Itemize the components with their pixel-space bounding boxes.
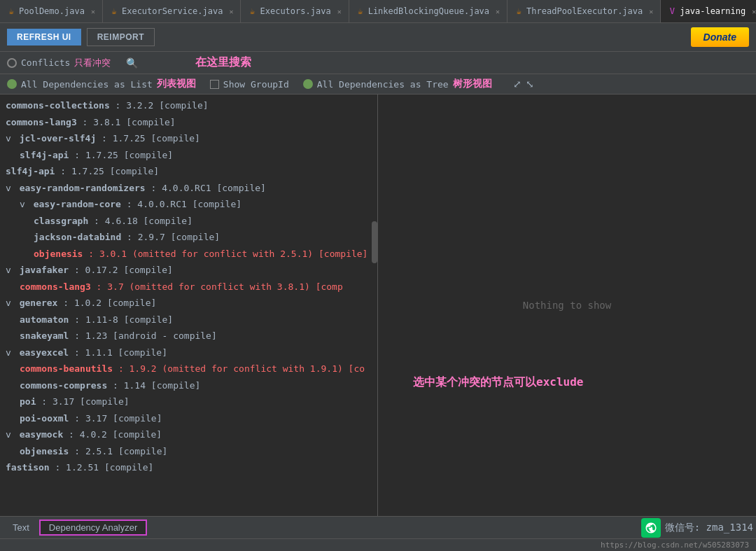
dep-item-commons-collections[interactable]: commons-collections : 3.2.2 [compile] bbox=[0, 97, 377, 114]
all-deps-list-label: All Dependencies as List bbox=[21, 79, 153, 90]
tab-close-1[interactable]: ✕ bbox=[229, 8, 233, 15]
expand-collapse-icons[interactable]: ⤢ ⤡ bbox=[513, 78, 534, 90]
conflicts-radio bbox=[7, 58, 17, 68]
dep-item-slf4j-api-1[interactable]: slf4j-api : 1.7.25 [compile] bbox=[0, 147, 377, 164]
tab-bar: ☕ PoolDemo.java ✕ ☕ ExecutorService.java… bbox=[0, 0, 756, 23]
java-file-icon: ☕ bbox=[356, 7, 365, 15]
kotlin-file-icon: V bbox=[668, 7, 676, 15]
dep-item-commons-lang3-conflict[interactable]: commons-lang3 : 3.7 (omitted for conflic… bbox=[0, 279, 377, 295]
toggle-icon: v bbox=[20, 199, 31, 209]
dep-item-poi-ooxml[interactable]: poi-ooxml : 3.17 [compile] bbox=[0, 410, 377, 427]
wechat-info: 微信号: zma_1314 bbox=[641, 518, 753, 538]
toggle-icon: v bbox=[6, 347, 17, 358]
dep-item-automaton[interactable]: automaton : 1.11-8 [compile] bbox=[0, 312, 377, 328]
reimport-button[interactable]: REIMPORT bbox=[87, 28, 155, 46]
tab-label: ThreadPoolExecutor.java bbox=[526, 6, 643, 16]
wechat-label: 微信号: zma_1314 bbox=[665, 522, 753, 534]
conflicts-label: Conflicts bbox=[21, 57, 70, 68]
list-view-annotation: 列表视图 bbox=[157, 78, 196, 90]
show-group-id-option[interactable]: Show GroupId bbox=[210, 79, 289, 90]
tab-thread-pool-executor[interactable]: ☕ ThreadPoolExecutor.java ✕ bbox=[507, 0, 661, 22]
view-options: All Dependencies as List 列表视图 Show Group… bbox=[0, 74, 756, 95]
tab-executors[interactable]: ☕ Executors.java ✕ bbox=[241, 0, 349, 22]
dep-item-javafaker[interactable]: v javafaker : 0.17.2 [compile] bbox=[0, 262, 377, 279]
tab-linked-blocking-queue[interactable]: ☕ LinkedBlockingQueue.java ✕ bbox=[349, 0, 507, 22]
scrollbar[interactable] bbox=[372, 221, 377, 263]
dep-item-objenesis-2[interactable]: objenesis : 2.5.1 [compile] bbox=[0, 443, 377, 460]
dep-item-objenesis-conflict[interactable]: objenesis : 3.0.1 (omitted for conflict … bbox=[0, 246, 377, 263]
dep-item-generex[interactable]: v generex : 1.0.2 [compile] bbox=[0, 295, 377, 312]
wechat-icon bbox=[641, 518, 661, 538]
nothing-to-show-label: Nothing to show bbox=[523, 300, 611, 311]
tab-label: ExecutorService.java bbox=[122, 6, 223, 16]
status-bar: https://blog.csdn.net/w505283073 bbox=[0, 538, 756, 551]
tab-close-3[interactable]: ✕ bbox=[496, 8, 500, 15]
java-file-icon: ☕ bbox=[110, 7, 118, 15]
tab-close-4[interactable]: ✕ bbox=[649, 8, 653, 15]
dep-item-snakeyaml[interactable]: snakeyaml : 1.23 [android - compile] bbox=[0, 328, 377, 344]
dep-item-jcl-over-slf4j[interactable]: v jcl-over-slf4j : 1.7.25 [compile] bbox=[0, 130, 377, 147]
tree-view-annotation: 树形视图 bbox=[453, 78, 492, 90]
filter-bar: Conflicts 只看冲突 🔍 在这里搜索 bbox=[0, 52, 756, 74]
collapse-icon[interactable]: ⤡ bbox=[526, 78, 534, 90]
list-radio bbox=[7, 79, 17, 89]
dep-item-commons-beanutils-conflict[interactable]: commons-beanutils : 1.9.2 (omitted for c… bbox=[0, 361, 377, 377]
status-url: https://blog.csdn.net/w505283073 bbox=[601, 540, 749, 550]
donate-button[interactable]: Donate bbox=[691, 27, 749, 47]
toggle-icon: v bbox=[6, 298, 17, 308]
bottom-tab-dependency-analyzer[interactable]: Dependency Analyzer bbox=[39, 519, 147, 536]
tab-label: PoolDemo.java bbox=[19, 6, 85, 16]
show-group-id-label: Show GroupId bbox=[223, 79, 289, 90]
tree-radio bbox=[303, 79, 313, 89]
dep-item-fastison[interactable]: fastison : 1.2.51 [compile] bbox=[0, 459, 377, 476]
dep-item-poi[interactable]: poi : 3.17 [compile] bbox=[0, 393, 377, 410]
exclude-annotation: 选中某个冲突的节点可以exclude bbox=[413, 375, 583, 390]
java-file-icon: ☕ bbox=[248, 7, 256, 15]
show-group-id-checkbox[interactable] bbox=[210, 80, 219, 89]
search-button[interactable]: 🔍 bbox=[125, 56, 139, 70]
dep-item-easy-random-core[interactable]: v easy-random-core : 4.0.0.RC1 [compile] bbox=[0, 196, 377, 213]
tab-executor-service[interactable]: ☕ ExecutorService.java ✕ bbox=[103, 0, 241, 22]
refresh-ui-button[interactable]: REFRESH UI bbox=[7, 29, 81, 46]
dependency-tree-panel[interactable]: commons-collections : 3.2.2 [compile] co… bbox=[0, 95, 378, 516]
expand-icon[interactable]: ⤢ bbox=[513, 78, 522, 90]
toggle-icon: v bbox=[6, 265, 17, 275]
tab-java-learning[interactable]: V java-learning ✕ bbox=[661, 0, 756, 22]
main-content: commons-collections : 3.2.2 [compile] co… bbox=[0, 95, 756, 516]
bottom-tab-text[interactable]: Text bbox=[3, 519, 39, 536]
search-annotation: 在这里搜索 bbox=[195, 55, 251, 70]
only-conflicts-annotation: 只看冲突 bbox=[74, 57, 111, 69]
right-panel: Nothing to show 选中某个冲突的节点可以exclude bbox=[378, 95, 756, 516]
dep-item-easyexcel[interactable]: v easyexcel : 1.1.1 [compile] bbox=[0, 344, 377, 361]
toolbar: REFRESH UI REIMPORT Donate bbox=[0, 23, 756, 52]
dep-item-commons-compress[interactable]: commons-compress : 1.14 [compile] bbox=[0, 377, 377, 394]
tab-label: LinkedBlockingQueue.java bbox=[368, 6, 489, 16]
java-file-icon: ☕ bbox=[514, 7, 523, 15]
all-deps-tree-option[interactable]: All Dependencies as Tree 树形视图 bbox=[303, 78, 492, 90]
dep-item-easymock[interactable]: v easymock : 4.0.2 [compile] bbox=[0, 426, 377, 443]
bottom-bar: Text Dependency Analyzer 微信号: zma_1314 bbox=[0, 516, 756, 538]
tab-close-0[interactable]: ✕ bbox=[91, 8, 95, 15]
dep-item-slf4j-api-2[interactable]: slf4j-api : 1.7.25 [compile] bbox=[0, 163, 377, 180]
tab-label: java-learning bbox=[680, 6, 746, 16]
dep-item-classgraph[interactable]: classgraph : 4.6.18 [compile] bbox=[0, 213, 377, 230]
toggle-icon: v bbox=[6, 429, 17, 440]
dep-item-easy-random-randomizers[interactable]: v easy-random-randomizers : 4.0.0.RC1 [c… bbox=[0, 180, 377, 197]
toggle-icon: v bbox=[6, 133, 17, 144]
dep-item-jackson-databind[interactable]: jackson-databind : 2.9.7 [compile] bbox=[0, 229, 377, 246]
all-deps-list-option[interactable]: All Dependencies as List 列表视图 bbox=[7, 78, 196, 90]
tab-close-5[interactable]: ✕ bbox=[752, 8, 756, 15]
tab-pool-demo[interactable]: ☕ PoolDemo.java ✕ bbox=[0, 0, 103, 22]
all-deps-tree-label: All Dependencies as Tree bbox=[317, 79, 449, 90]
conflicts-filter[interactable]: Conflicts 只看冲突 bbox=[7, 57, 111, 69]
tab-close-2[interactable]: ✕ bbox=[337, 8, 342, 15]
java-file-icon: ☕ bbox=[7, 7, 15, 15]
toggle-icon: v bbox=[6, 183, 17, 193]
dep-item-commons-lang3[interactable]: commons-lang3 : 3.8.1 [compile] bbox=[0, 114, 377, 131]
tab-label: Executors.java bbox=[260, 6, 330, 16]
